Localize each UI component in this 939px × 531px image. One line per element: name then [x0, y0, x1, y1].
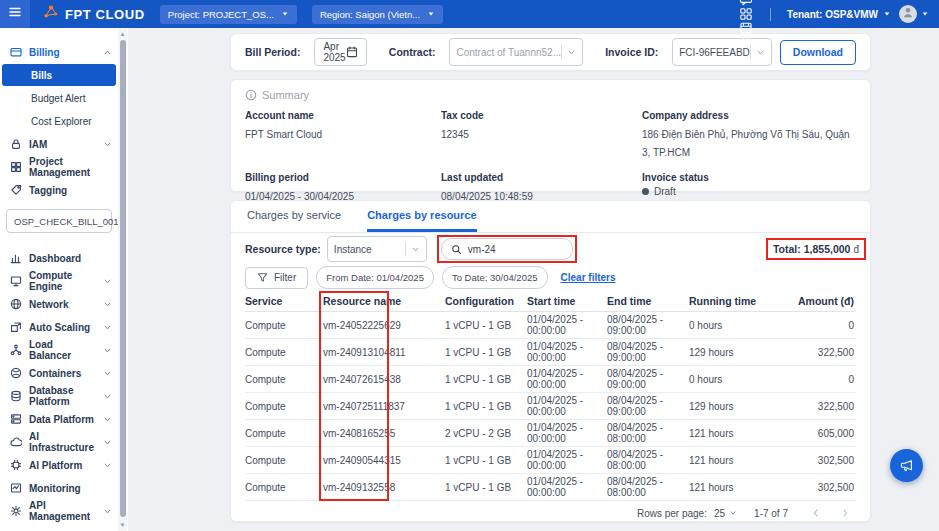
- notifications-icon[interactable]: [739, 35, 753, 49]
- company-address-label: Company address: [642, 110, 856, 121]
- contract-value: Contract of Tuannn52...: [456, 47, 561, 58]
- chevron-up-icon: [103, 48, 112, 57]
- support-icon[interactable]: [739, 0, 753, 7]
- account-name-value: FPT Smart Cloud: [245, 129, 322, 140]
- resource-type-label: Resource type:: [245, 243, 321, 255]
- sidebar-item-ai-platform[interactable]: AI Platform: [0, 454, 118, 476]
- sidebar-item-label: Network: [29, 299, 68, 310]
- sidebar-item-label: Database Platform: [29, 385, 96, 407]
- sidebar-item-label: Budget Alert: [31, 93, 85, 104]
- sidebar-item-label: Billing: [29, 47, 60, 58]
- sidebar-item-project-management[interactable]: Project Management: [0, 156, 118, 178]
- resource-type-value: Instance: [334, 244, 372, 255]
- column-header-configuration: Configuration: [445, 296, 527, 307]
- table-cell: 129 hours: [689, 347, 773, 358]
- search-input[interactable]: vm-24: [441, 238, 573, 260]
- table-cell: 1 vCPU - 1 GB: [445, 320, 527, 331]
- tenant-selector[interactable]: Tenant: OSP&VMW: [787, 9, 891, 20]
- table-cell: 0: [773, 374, 856, 385]
- next-page-button[interactable]: [834, 508, 856, 518]
- table-cell: Compute: [245, 428, 323, 439]
- sidebar-item-database-platform[interactable]: Database Platform: [0, 385, 118, 407]
- feedback-fab-button[interactable]: [890, 449, 923, 482]
- apps-icon[interactable]: [739, 7, 753, 21]
- autoscaling-icon: [10, 321, 22, 333]
- column-header-amount: Amount (đ): [773, 296, 856, 307]
- sidebar-item-monitoring[interactable]: Monitoring: [0, 477, 118, 499]
- sidebar-project-select[interactable]: OSP_CHECK_BILL_001: [6, 209, 112, 233]
- caret-down-icon: [921, 10, 929, 18]
- account-name-label: Account name: [245, 110, 441, 121]
- chevron-down-icon: [103, 415, 112, 424]
- sidebar-item-data-platform[interactable]: Data Platform: [0, 408, 118, 430]
- tab-charges-by-service[interactable]: Charges by service: [247, 201, 341, 232]
- sidebar-item-network[interactable]: Network: [0, 293, 118, 315]
- column-header-start-time: Start time: [527, 296, 607, 307]
- resource-type-select[interactable]: Instance: [327, 236, 427, 262]
- scrollbar-thumb[interactable]: [120, 40, 126, 517]
- sidebar-item-load-balancer[interactable]: Load Balancer: [0, 339, 118, 361]
- project-selector[interactable]: Project: PROJECT_OS...: [160, 5, 297, 24]
- sidebar-item-label: IAM: [29, 139, 47, 150]
- sidebar-item-auto-scaling[interactable]: Auto Scaling: [0, 316, 118, 338]
- sidebar-item-api-management[interactable]: API Management: [0, 500, 118, 522]
- table-cell: 01/04/2025 - 00:00:00: [527, 395, 607, 417]
- sidebar-item-compute-engine[interactable]: Compute Engine: [0, 270, 118, 292]
- sidebar-item-iam[interactable]: IAM: [0, 133, 118, 155]
- sidebar-item-label: API Management: [29, 500, 96, 522]
- table-cell: 1 vCPU - 1 GB: [445, 455, 527, 466]
- sidebar-item-label: Dashboard: [29, 253, 81, 264]
- sidebar-item-billing[interactable]: Billing: [0, 41, 118, 63]
- dataplatform-icon: [10, 413, 22, 425]
- table-cell: 01/04/2025 - 00:00:00: [527, 422, 607, 444]
- region-selector[interactable]: Region: Saigon (Vietn...: [312, 5, 443, 24]
- app-window: FPT CLOUD Project: PROJECT_OS... Region:…: [0, 0, 939, 531]
- bill-period-input[interactable]: Apr 2025: [314, 38, 366, 66]
- calendar-icon: [346, 46, 358, 58]
- sidebar-item-dashboard[interactable]: Dashboard: [0, 247, 118, 269]
- billing-icon: [10, 46, 22, 58]
- hamburger-icon: [8, 5, 22, 23]
- tab-charges-by-resource[interactable]: Charges by resource: [367, 201, 476, 232]
- rows-per-page-select[interactable]: 25: [714, 508, 737, 519]
- divider: [770, 8, 771, 21]
- table-cell: 129 hours: [689, 401, 773, 412]
- chevron-down-icon: [103, 438, 112, 447]
- funnel-icon: [257, 272, 268, 283]
- table-cell: 302,500: [773, 455, 856, 466]
- annotation-total-box: Total: 1,855,000 đ: [766, 238, 866, 260]
- contract-select[interactable]: Contract of Tuannn52...: [449, 38, 583, 66]
- table-cell: 01/04/2025 - 00:00:00: [527, 476, 607, 498]
- table-cell: 322,500: [773, 401, 856, 412]
- sidebar-item-tagging[interactable]: Tagging: [0, 179, 118, 201]
- total-label: Total:: [773, 243, 801, 255]
- changelog-icon[interactable]: [739, 21, 753, 35]
- previous-page-button[interactable]: [805, 508, 827, 518]
- sidebar-item-ai-infrastructure[interactable]: AI Infrastructure: [0, 431, 118, 453]
- scroll-down-arrow[interactable]: ▼: [118, 520, 127, 530]
- sidebar-item-cost-explorer[interactable]: Cost Explorer: [2, 110, 116, 132]
- sidebar-scrollbar: ▲ ▼: [118, 28, 127, 531]
- charges-table: ServiceResource nameConfigurationStart t…: [245, 292, 856, 501]
- menu-toggle-button[interactable]: [0, 0, 30, 28]
- bill-period-label: Bill Period:: [245, 46, 300, 58]
- filter-button[interactable]: Filter: [245, 267, 308, 289]
- filter-chip[interactable]: From Date: 01/04/2025: [316, 266, 434, 289]
- table-cell: Compute: [245, 455, 323, 466]
- sidebar-item-label: Data Platform: [29, 414, 94, 425]
- sidebar-item-label: Load Balancer: [29, 339, 96, 361]
- filter-chip[interactable]: To Date: 30/04/2025: [442, 266, 548, 289]
- table-cell: 08/04/2025 - 09:00:00: [607, 395, 689, 417]
- table-cell: Compute: [245, 482, 323, 493]
- sidebar-item-bills[interactable]: Bills: [2, 64, 116, 86]
- table-cell: vm-240913104811: [323, 347, 445, 358]
- sidebar-item-containers[interactable]: Containers: [0, 362, 118, 384]
- scroll-up-arrow[interactable]: ▲: [118, 29, 127, 39]
- column-header-end-time: End time: [607, 296, 689, 307]
- table-cell: 01/04/2025 - 00:00:00: [527, 449, 607, 471]
- iam-icon: [10, 138, 22, 150]
- clear-filters-link[interactable]: Clear filters: [561, 272, 616, 283]
- sidebar-item-budget-alert[interactable]: Budget Alert: [2, 87, 116, 109]
- rows-per-page-value: 25: [714, 508, 725, 519]
- user-menu[interactable]: [899, 5, 929, 23]
